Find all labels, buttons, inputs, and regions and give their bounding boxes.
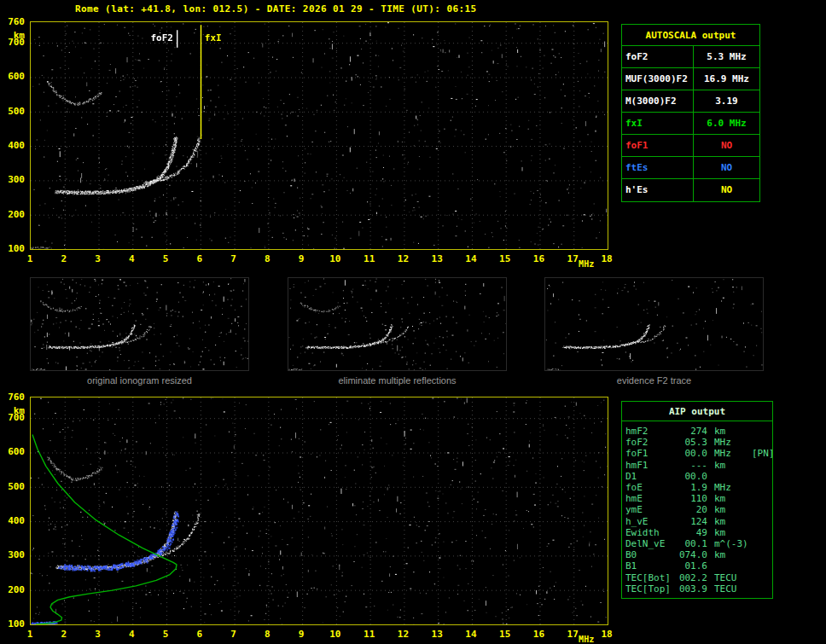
thumbnail-canvas-2 [288, 277, 507, 371]
x-tick-label: 7 [223, 629, 245, 640]
aip-row-unit: km [714, 426, 752, 437]
aip-row-unit: MHz [714, 448, 752, 459]
x-tick-label: 3 [87, 629, 109, 640]
x-tick-label: 12 [392, 253, 414, 264]
y-tick-label: 600 [0, 72, 25, 81]
aip-row-label: hmF2 [625, 426, 673, 437]
autoscala-row-value: 6.0 MHz [694, 113, 759, 134]
autoscala-row-label: h'Es [622, 179, 694, 201]
aip-row: DelN_vE00.1m^(-3) [625, 538, 769, 549]
y-tick-label: 760 [0, 17, 25, 26]
y-tick-label: 500 [0, 107, 25, 116]
x-tick-label: 9 [290, 629, 312, 640]
aip-row-unit [714, 560, 752, 571]
aip-row-value: 1.9 [673, 482, 707, 493]
bottom-ionogram-plot: 760700600500400300200100km 1234567891011… [30, 397, 608, 625]
aip-row-label: h_vE [625, 516, 673, 527]
bottom-ionogram-y-axis: 760700600500400300200100km [3, 397, 27, 625]
autoscala-row-label: fxI [622, 113, 694, 134]
aip-row-gap [707, 482, 714, 493]
autoscala-row-value: 16.9 MHz [694, 68, 759, 90]
bottom-ionogram-x-axis: 123456789101112131415161718MHz [30, 625, 608, 644]
x-tick-label: 2 [53, 253, 75, 264]
aip-row-value: 00.1 [673, 538, 707, 549]
aip-row-extra [752, 572, 769, 583]
aip-row-value: 20 [673, 504, 707, 515]
autoscala-row-label: foF1 [622, 135, 694, 156]
aip-row: D100.0 [625, 471, 769, 482]
aip-row-label: TEC[Top] [625, 583, 673, 595]
x-tick-label: 9 [290, 253, 312, 264]
aip-row: hmF2274km [625, 426, 769, 437]
processing-thumbnail-3: evidence F2 trace [544, 277, 764, 386]
aip-row: TEC[Top]003.9TECU [625, 583, 769, 595]
aip-row-unit: TECU [714, 583, 752, 595]
aip-row: foE1.9MHz [625, 482, 769, 493]
x-tick-label: 4 [120, 629, 143, 640]
x-tick-label: 13 [426, 253, 448, 264]
autoscala-row: fxI6.0 MHz [622, 113, 759, 135]
autoscala-output-panel: AUTOSCALA output foF25.3 MHzMUF(3000)F21… [621, 24, 760, 202]
aip-row-label: TEC[Bot] [625, 572, 673, 583]
x-tick-label: 10 [324, 253, 346, 264]
aip-row-label: foF2 [625, 437, 673, 448]
aip-row-label: Ewidth [625, 527, 673, 538]
aip-row-unit: km [714, 493, 752, 504]
x-tick-label: 18 [596, 253, 618, 264]
aip-row-unit [714, 471, 752, 482]
top-ionogram-plot: 760700600500400300200100km 1234567891011… [30, 21, 608, 250]
aip-row-value: 003.9 [673, 583, 707, 595]
aip-row: hmE110km [625, 493, 769, 504]
aip-row-gap [707, 549, 714, 560]
autoscala-row: foF25.3 MHz [622, 46, 759, 68]
aip-row-label: D1 [625, 471, 673, 482]
x-tick-label: 13 [426, 629, 448, 640]
aip-row-gap [707, 426, 714, 437]
aip-row: hmF1---km [625, 460, 769, 471]
x-tick-label: 15 [494, 629, 516, 640]
x-tick-label: 18 [596, 629, 618, 640]
x-tick-label: 14 [460, 629, 482, 640]
processing-thumbnail-1: original ionogram resized [30, 277, 249, 386]
x-axis-unit-label: MHz [579, 635, 594, 644]
aip-row-label: hmF1 [625, 460, 673, 471]
aip-row-label: ymE [625, 504, 673, 515]
aip-row-extra [752, 460, 769, 471]
y-tick-label: 760 [0, 392, 25, 402]
y-tick-label: 600 [0, 447, 25, 456]
y-tick-label: 200 [0, 585, 25, 595]
autoscala-row: M(3000)F23.19 [622, 90, 759, 113]
aip-row-unit: km [714, 549, 752, 560]
aip-row-unit: km [714, 527, 752, 538]
aip-row: Ewidth49km [625, 527, 769, 538]
aip-row: foF100.0MHz[PN] [625, 448, 769, 459]
y-tick-label: 100 [0, 619, 25, 629]
aip-row: h_vE124km [625, 516, 769, 527]
y-axis-unit-label: km [0, 31, 25, 40]
autoscala-row: h'EsNO [622, 179, 759, 201]
aip-row-label: B1 [625, 560, 673, 571]
autoscala-row-value: NO [694, 179, 759, 201]
x-tick-label: 16 [527, 629, 550, 640]
aip-row-unit: km [714, 460, 752, 471]
aip-row-value: 00.0 [673, 448, 707, 459]
autoscala-row-value: NO [694, 157, 759, 178]
page-title: Rome (lat: +41.8, lon: 012.5) - DATE: 20… [75, 3, 477, 15]
x-tick-label: 7 [223, 253, 245, 264]
x-tick-label: 15 [494, 253, 516, 264]
x-tick-label: 16 [527, 253, 550, 264]
aip-row-label: foF1 [625, 448, 673, 459]
top-ionogram-x-axis: 123456789101112131415161718MHz [30, 250, 608, 272]
autoscala-panel-title: AUTOSCALA output [622, 25, 759, 46]
x-tick-label: 6 [189, 629, 211, 640]
y-tick-label: 400 [0, 141, 25, 150]
thumbnail-canvas-1 [30, 277, 249, 371]
aip-row-value: 074.0 [673, 549, 707, 560]
aip-row-extra [752, 504, 769, 515]
aip-row-extra [752, 493, 769, 504]
aip-output-panel: AIP output hmF2274kmfoF205.3MHzfoF100.0M… [621, 401, 773, 599]
x-tick-label: 12 [392, 629, 414, 640]
x-tick-label: 8 [256, 629, 278, 640]
autoscala-row-label: MUF(3000)F2 [622, 68, 694, 90]
aip-row-unit: MHz [714, 482, 752, 493]
